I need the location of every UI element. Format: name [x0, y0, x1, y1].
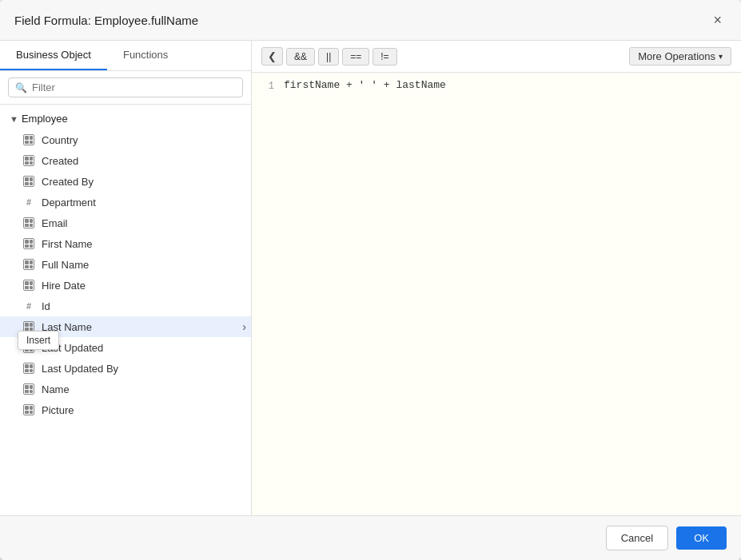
- editor-toolbar: ❮ && || == != More Operations ▾: [252, 41, 741, 73]
- dialog-header: Field Formula: Employee.fullName ×: [0, 0, 741, 41]
- tree-item-country[interactable]: Country: [0, 129, 251, 150]
- line-content: firstName + ' ' + lastName: [284, 79, 446, 91]
- field-formula-dialog: Field Formula: Employee.fullName × Busin…: [0, 0, 741, 560]
- field-icon-id: #: [22, 300, 35, 312]
- filter-input-container: 🔍: [8, 77, 243, 97]
- tabs-bar: Business Object Functions: [0, 41, 251, 71]
- chevron-down-icon: ▾: [719, 52, 723, 61]
- insert-arrow: ›: [242, 320, 246, 333]
- op-neq-button[interactable]: !=: [372, 48, 396, 66]
- tree-item-last-name[interactable]: Last Name › Insert: [0, 316, 251, 337]
- field-icon-country: [22, 133, 35, 146]
- filter-wrap: 🔍: [0, 71, 251, 105]
- field-icon-picture: [22, 403, 35, 416]
- tree-item-created-by[interactable]: Created By: [0, 171, 251, 192]
- field-icon-email: [22, 216, 35, 229]
- tree-parent-employee[interactable]: ▼ Employee: [0, 108, 251, 129]
- tree-item-first-name[interactable]: First Name: [0, 233, 251, 254]
- field-icon-first-name: [22, 237, 35, 250]
- tree-item-name[interactable]: Name: [0, 379, 251, 399]
- dialog-footer: Cancel OK: [0, 515, 741, 560]
- op-and-button[interactable]: &&: [286, 48, 315, 66]
- tree-item-id[interactable]: # Id: [0, 296, 251, 316]
- insert-tooltip: Insert: [18, 331, 59, 350]
- field-icon-name: [22, 383, 35, 395]
- tree-item-department[interactable]: # Department: [0, 192, 251, 212]
- cancel-button[interactable]: Cancel: [606, 526, 668, 550]
- dialog-title: Field Formula: Employee.fullName: [14, 14, 198, 27]
- field-icon-department: #: [22, 196, 35, 209]
- close-button[interactable]: ×: [708, 11, 727, 29]
- right-panel: ❮ && || == != More Operations ▾ 1 firstN…: [252, 41, 741, 515]
- collapse-icon: ▼: [10, 114, 18, 124]
- line-number: 1: [252, 79, 284, 92]
- tree-item-email[interactable]: Email: [0, 212, 251, 233]
- left-panel: Business Object Functions 🔍 ▼ Employee: [0, 41, 252, 515]
- op-eq-button[interactable]: ==: [342, 48, 369, 66]
- tree-item-picture[interactable]: Picture: [0, 399, 251, 420]
- ok-button[interactable]: OK: [676, 526, 727, 550]
- tree-item-full-name[interactable]: Full Name: [0, 254, 251, 275]
- dialog-body: Business Object Functions 🔍 ▼ Employee: [0, 41, 741, 515]
- field-icon-hire-date: [22, 279, 35, 292]
- field-icon-last-updated-by: [22, 362, 35, 375]
- code-line-1: 1 firstName + ' ' + lastName: [252, 79, 741, 97]
- more-operations-button[interactable]: More Operations ▾: [629, 47, 731, 66]
- code-editor[interactable]: 1 firstName + ' ' + lastName: [252, 73, 741, 515]
- field-icon-created-by: [22, 175, 35, 188]
- search-icon: 🔍: [15, 82, 27, 93]
- field-icon-full-name: [22, 258, 35, 271]
- tab-functions[interactable]: Functions: [107, 41, 184, 70]
- tree-parent-label: Employee: [22, 113, 68, 125]
- tab-business-object[interactable]: Business Object: [0, 41, 107, 70]
- tree-item-hire-date[interactable]: Hire Date: [0, 275, 251, 296]
- filter-input[interactable]: [32, 81, 236, 93]
- back-button[interactable]: ❮: [261, 47, 283, 66]
- tree-area: ▼ Employee Country Created: [0, 105, 251, 515]
- tree-item-last-updated-by[interactable]: Last Updated By: [0, 358, 251, 379]
- op-pipe-button[interactable]: ||: [318, 48, 339, 66]
- tree-item-created[interactable]: Created: [0, 150, 251, 171]
- field-icon-created: [22, 154, 35, 167]
